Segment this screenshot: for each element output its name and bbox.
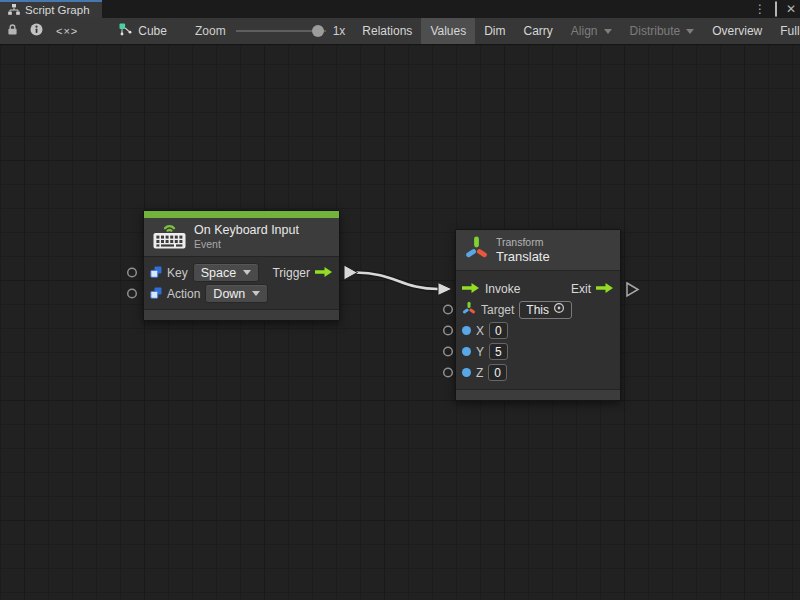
value-port-icon: [462, 347, 471, 356]
port-key-input[interactable]: [128, 268, 137, 277]
zoom-value: 1x: [333, 24, 346, 38]
chevron-down-icon: [243, 270, 251, 275]
menu-icon[interactable]: ⋮: [754, 0, 766, 18]
target-icon: [553, 302, 565, 317]
event-node-body: Key Space Trigger: [144, 257, 339, 309]
action-value: Down: [213, 287, 245, 301]
tab-title: Script Graph: [25, 4, 90, 16]
y-label: Y: [476, 345, 484, 359]
overview-button[interactable]: Overview: [703, 18, 771, 44]
literal-value-icon: [150, 264, 162, 282]
values-button[interactable]: Values: [421, 18, 475, 44]
connections-overlay: [0, 46, 800, 600]
zoom-slider[interactable]: [236, 30, 326, 32]
key-dropdown[interactable]: Space: [193, 263, 259, 282]
target-row: Target This: [462, 299, 614, 320]
exit-label: Exit: [571, 282, 591, 296]
code-icon: <×>: [56, 25, 78, 37]
graph-reference[interactable]: Cube: [119, 18, 167, 44]
zoom-label: Zoom: [195, 24, 226, 38]
tab-script-graph[interactable]: Script Graph: [0, 0, 102, 18]
translate-node-footer: [456, 389, 620, 400]
port-trigger-output[interactable]: [344, 265, 358, 280]
trigger-label: Trigger: [272, 266, 310, 280]
node-title: On Keyboard Input: [194, 223, 299, 238]
flow-arrow-icon: [596, 280, 614, 298]
info-button[interactable]: [24, 18, 49, 44]
y-value-field[interactable]: 5: [489, 343, 508, 360]
graph-target-label: Cube: [138, 24, 167, 38]
toolbar: <×> Cube Zoom 1x Relations: [0, 18, 800, 45]
target-label: Target: [481, 303, 514, 317]
target-value: This: [526, 303, 549, 317]
z-value-field[interactable]: 0: [488, 364, 507, 381]
align-dropdown: Align: [562, 18, 621, 44]
distribute-label: Distribute: [630, 24, 681, 38]
carry-button[interactable]: Carry: [515, 18, 562, 44]
code-preview-toggle[interactable]: <×>: [49, 18, 85, 44]
script-graph-window: Script Graph ⋮ ✕: [0, 0, 800, 600]
port-action-input[interactable]: [128, 289, 137, 298]
keyboard-event-icon: [153, 221, 186, 253]
titlebar: Script Graph ⋮ ✕: [0, 0, 800, 18]
graph-canvas[interactable]: On Keyboard Input Event Key Space: [0, 46, 800, 600]
zoom-slider-handle[interactable]: [312, 25, 324, 37]
z-row: Z 0: [462, 362, 614, 383]
node-transform-translate[interactable]: Transform Translate Invoke Exit: [455, 229, 621, 401]
info-icon: [30, 23, 43, 39]
event-node-footer: [144, 309, 339, 320]
invoke-row: Invoke Exit: [462, 278, 614, 299]
bolt-graph-icon: [119, 23, 132, 39]
target-self-chip[interactable]: This: [519, 301, 572, 319]
x-value-field[interactable]: 0: [489, 322, 508, 339]
chevron-down-icon: [686, 29, 694, 34]
transform-mini-icon: [462, 301, 476, 319]
port-y-input[interactable]: [444, 347, 453, 356]
key-row: Key Space Trigger: [150, 262, 333, 283]
value-port-icon: [462, 326, 471, 335]
action-row: Action Down: [150, 283, 333, 304]
action-dropdown[interactable]: Down: [205, 284, 268, 303]
chevron-down-icon: [604, 29, 612, 34]
restore-icon[interactable]: [775, 0, 777, 18]
key-value: Space: [201, 266, 236, 280]
transform-icon: [465, 235, 488, 265]
chevron-down-icon: [252, 291, 260, 296]
wire-trigger-to-invoke[interactable]: [356, 273, 438, 290]
graph-icon: [8, 1, 20, 19]
x-label: X: [476, 324, 484, 338]
port-invoke-input[interactable]: [438, 283, 452, 296]
dim-button[interactable]: Dim: [475, 18, 514, 44]
translate-node-body: Invoke Exit: [456, 271, 620, 389]
flow-arrow-icon: [315, 264, 333, 282]
node-category: Transform: [496, 236, 550, 249]
port-exit-output[interactable]: [627, 283, 638, 296]
translate-node-header: Transform Translate: [456, 230, 620, 271]
port-target-input[interactable]: [444, 305, 453, 314]
window-controls: ⋮ ✕: [754, 0, 796, 18]
port-x-input[interactable]: [444, 326, 453, 335]
node-subtitle: Event: [194, 238, 299, 251]
port-z-input[interactable]: [444, 368, 453, 377]
invoke-label: Invoke: [485, 282, 520, 296]
node-on-keyboard-input[interactable]: On Keyboard Input Event Key Space: [143, 210, 340, 321]
z-label: Z: [476, 366, 483, 380]
distribute-dropdown: Distribute: [621, 18, 704, 44]
event-node-header: On Keyboard Input Event: [144, 218, 339, 257]
node-title: Translate: [496, 249, 550, 264]
relations-button[interactable]: Relations: [353, 18, 421, 44]
flow-arrow-icon: [462, 280, 480, 298]
close-icon[interactable]: ✕: [786, 0, 796, 18]
lock-icon: [7, 23, 18, 39]
x-row: X 0: [462, 320, 614, 341]
wire-shadow: [356, 273, 438, 290]
value-port-icon: [462, 368, 471, 377]
y-row: Y 5: [462, 341, 614, 362]
event-node-accent-bar: [144, 211, 339, 218]
full-screen-button[interactable]: Full Screen: [771, 18, 800, 44]
lock-button[interactable]: [0, 18, 24, 44]
key-label: Key: [167, 266, 188, 280]
zoom-control: Zoom 1x: [195, 18, 353, 44]
align-label: Align: [571, 24, 598, 38]
action-label: Action: [167, 287, 200, 301]
